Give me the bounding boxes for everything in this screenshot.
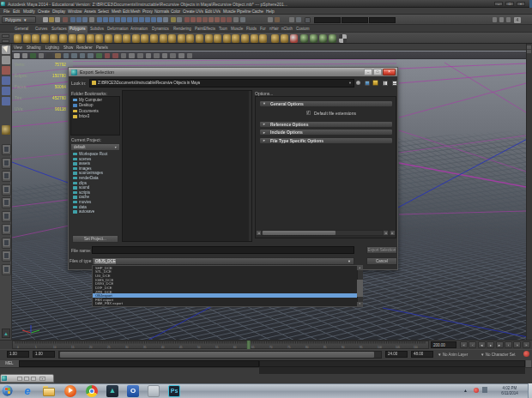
svg-text:15: 15 bbox=[71, 346, 75, 349]
svg-text:20: 20 bbox=[89, 346, 93, 349]
svg-text:85: 85 bbox=[323, 346, 327, 349]
svg-text:50: 50 bbox=[197, 346, 201, 349]
svg-text:80: 80 bbox=[305, 346, 309, 349]
svg-text:55: 55 bbox=[215, 346, 219, 349]
svg-text:40: 40 bbox=[161, 346, 165, 349]
svg-text:25: 25 bbox=[107, 346, 111, 349]
svg-text:75: 75 bbox=[287, 346, 291, 349]
svg-text:95: 95 bbox=[360, 346, 363, 349]
svg-text:105: 105 bbox=[396, 346, 400, 349]
svg-text:5: 5 bbox=[35, 346, 37, 349]
svg-text:30: 30 bbox=[125, 346, 129, 349]
svg-text:100: 100 bbox=[378, 346, 382, 349]
svg-text:110: 110 bbox=[414, 346, 418, 349]
svg-text:10: 10 bbox=[53, 346, 57, 349]
svg-text:70: 70 bbox=[269, 346, 273, 349]
svg-text:0: 0 bbox=[17, 346, 19, 349]
svg-text:45: 45 bbox=[179, 346, 183, 349]
svg-text:35: 35 bbox=[143, 346, 147, 349]
svg-text:90: 90 bbox=[342, 346, 345, 349]
svg-text:65: 65 bbox=[251, 346, 255, 349]
svg-text:60: 60 bbox=[233, 346, 237, 349]
